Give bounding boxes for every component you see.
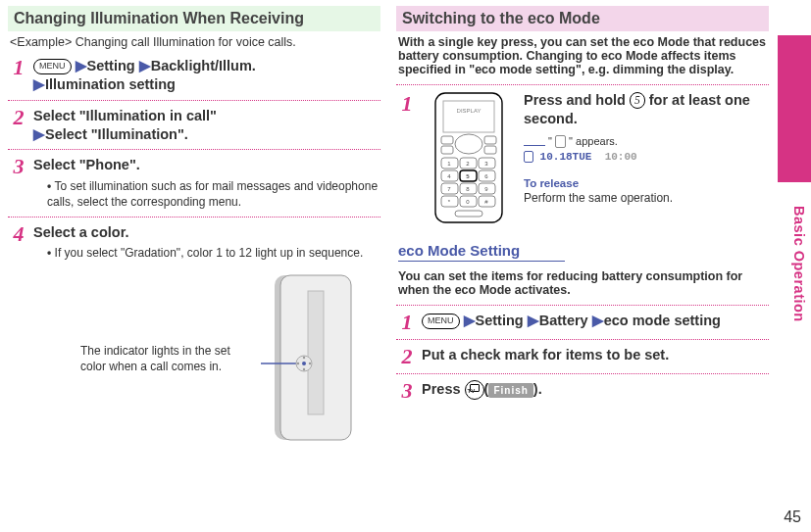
key-5-icon: 5: [630, 92, 645, 109]
path-part: Setting: [476, 313, 524, 328]
phone-closed-icon: [253, 271, 361, 448]
press-hold-step: 1 DISPLAY 1 2 3 4 5 6 7 8: [396, 91, 769, 228]
arrow-icon: ▶: [139, 58, 151, 73]
svg-point-9: [303, 367, 305, 369]
camera-tv-button-icon: TV: [465, 380, 484, 400]
right-section-title: Switching to the eco Mode: [396, 6, 769, 31]
figure-indicator: The indicator lights in the set color wh…: [8, 271, 380, 448]
svg-rect-14: [441, 136, 453, 144]
page-number: 45: [784, 508, 801, 526]
step-note: If you select "Gradation", color 1 to 12…: [47, 245, 380, 261]
phone-open-icon: DISPLAY 1 2 3 4 5 6 7 8 9 * 0 #: [422, 91, 516, 228]
eco-icon: [555, 135, 566, 148]
divider: [396, 84, 769, 85]
svg-point-8: [303, 356, 305, 358]
path-part: eco mode setting: [604, 313, 721, 328]
menu-button-label: MENU: [33, 59, 72, 74]
path-part: Battery: [539, 313, 588, 328]
left-column: Changing Illumination When Receiving <Ex…: [8, 6, 388, 448]
step-number: 3: [396, 380, 418, 402]
arrow-icon: ▶: [528, 313, 539, 328]
arrow-icon: ▶: [592, 313, 604, 328]
svg-rect-17: [484, 146, 496, 154]
divider: [396, 339, 769, 340]
step-number: 4: [8, 223, 29, 245]
status-bar-datetime: 10.18TUE 10:00: [524, 150, 769, 164]
left-step-1: 1 MENU ▶Setting ▶Backlight/Illum. ▶Illum…: [8, 57, 380, 94]
arrow-icon: ▶: [33, 126, 45, 142]
divider: [396, 305, 769, 306]
eco-step-3: 3 Press TV(Finish).: [396, 380, 769, 402]
menu-button-label: MENU: [422, 314, 460, 329]
step-number: 2: [8, 107, 29, 128]
svg-rect-16: [441, 146, 453, 154]
svg-rect-15: [484, 136, 496, 144]
left-section-title: Changing Illumination When Receiving: [8, 6, 380, 31]
svg-point-5: [302, 362, 306, 365]
divider: [396, 373, 769, 374]
right-intro: With a single key press, you can set the…: [396, 31, 769, 78]
svg-rect-2: [308, 291, 324, 414]
step-text: Put a check mark for items to be set.: [422, 346, 769, 364]
left-example: <Example> Changing call Illumination for…: [8, 31, 380, 51]
appears-text: " appears.: [569, 135, 618, 147]
step-number: 2: [396, 346, 418, 367]
callout-line: [524, 137, 545, 146]
svg-point-13: [455, 134, 482, 154]
arrow-icon: ▶: [33, 76, 45, 92]
left-step-4: 4 Select a color. If you select "Gradati…: [8, 223, 380, 262]
eco-mode-setting-intro: You can set the items for reducing batte…: [396, 266, 769, 299]
status-date: 10.18TUE: [540, 151, 592, 163]
right-column: Switching to the eco Mode With a single …: [388, 6, 769, 448]
finish-softkey-label: Finish: [488, 383, 532, 398]
arrow-icon: ▶: [76, 58, 87, 73]
step-text: .: [538, 381, 542, 397]
step-note: To set illumination such as for mail mes…: [47, 178, 380, 210]
release-heading: To release: [524, 176, 769, 191]
eco-step-1: 1 MENU ▶Setting ▶Battery ▶eco mode setti…: [396, 312, 769, 333]
eco-step-2: 2 Put a check mark for items to be set.: [396, 346, 769, 367]
step-text: Press: [422, 381, 465, 397]
left-step-2: 2 Select "Illumination in call" ▶Select …: [8, 107, 380, 144]
step-number: 1: [8, 57, 29, 78]
arrow-icon: ▶: [464, 313, 476, 328]
svg-rect-11: [443, 101, 494, 132]
figure-caption: The indicator lights in the set color wh…: [80, 344, 247, 374]
hold-text: Press and hold: [524, 92, 630, 108]
divider: [8, 149, 380, 150]
side-tab: [778, 35, 811, 182]
svg-point-6: [297, 362, 299, 363]
step-number: 3: [8, 156, 29, 177]
step-text: Select "Illumination in call": [33, 108, 217, 123]
path-part: Setting: [87, 58, 135, 73]
path-part: Illumination setting: [45, 76, 176, 92]
svg-rect-42: [455, 211, 482, 217]
step-text: Select a color.: [33, 224, 129, 240]
step-text: Select "Phone".: [33, 157, 140, 172]
eco-mode-setting-heading: eco Mode Setting: [398, 240, 565, 262]
svg-text:DISPLAY: DISPLAY: [457, 108, 482, 114]
side-section-label: Basic Operation: [791, 206, 807, 322]
step-number: 1: [396, 93, 418, 115]
svg-point-7: [309, 362, 311, 363]
path-part: Backlight/Illum.: [151, 58, 256, 73]
divider: [8, 217, 380, 218]
step-number: 1: [396, 312, 418, 333]
status-time: 10:00: [605, 151, 637, 163]
appears-text: ": [548, 135, 555, 147]
step-text: Select "Illumination".: [45, 126, 188, 142]
divider: [8, 100, 380, 101]
release-text: Perform the same operation.: [524, 191, 769, 207]
eco-icon: [524, 151, 533, 163]
left-step-3: 3 Select "Phone". To set illumination su…: [8, 156, 380, 210]
